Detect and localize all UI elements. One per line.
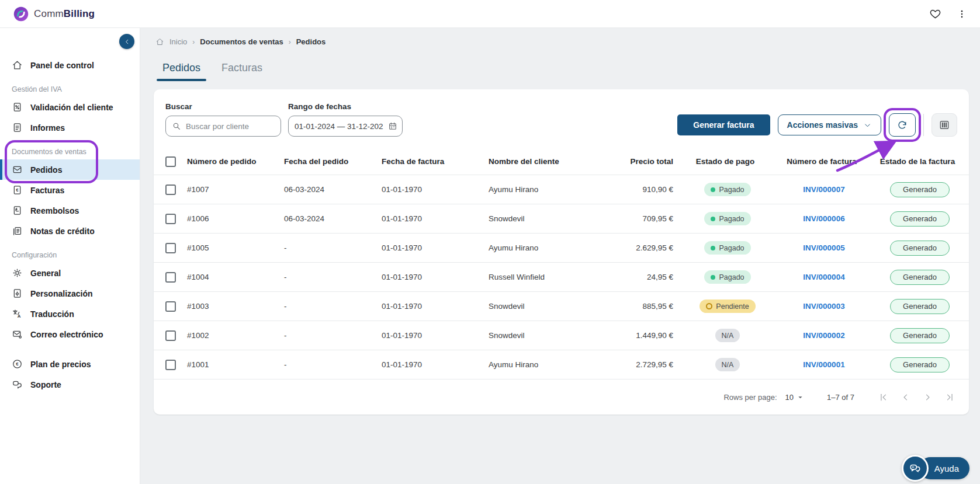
sidebar-section-configuracion: Configuración General Personalización A … bbox=[0, 241, 140, 344]
document-gear-icon bbox=[12, 288, 23, 299]
sidebar-item-label: Notas de crédito bbox=[30, 227, 95, 236]
row-checkbox[interactable] bbox=[165, 301, 176, 312]
generate-invoice-button[interactable]: Generar factura bbox=[677, 114, 770, 135]
search-input[interactable] bbox=[186, 122, 275, 131]
sidebar-item-traduccion[interactable]: A Traducción bbox=[0, 304, 140, 324]
first-page-button[interactable] bbox=[872, 386, 894, 408]
sidebar-item-label: Panel de control bbox=[30, 61, 94, 70]
help-widget: Ayuda bbox=[902, 455, 969, 482]
row-checkbox[interactable] bbox=[165, 330, 176, 341]
total-price: 709,95 € bbox=[617, 214, 678, 223]
column-header-precio-total[interactable]: Precio total bbox=[617, 157, 678, 166]
order-date: 06-03-2024 bbox=[284, 214, 382, 223]
refresh-button[interactable] bbox=[889, 113, 916, 137]
invoice-status-badge: Generado bbox=[890, 299, 950, 314]
bulk-actions-button[interactable]: Acciones masivas bbox=[778, 114, 881, 135]
date-range-filter: Rango de fechas 01-01-2024 — 31-12-202 bbox=[288, 102, 403, 137]
svg-text:€: € bbox=[16, 361, 19, 367]
table-row: #1005 - 01-01-1970 Ayumu Hirano 2.629,95… bbox=[154, 234, 969, 263]
home-icon bbox=[12, 60, 23, 71]
sidebar-item-label: Plan de precios bbox=[30, 360, 91, 369]
sidebar-item-personalizacion[interactable]: Personalización bbox=[0, 283, 140, 304]
sidebar-item-informes[interactable]: Informes bbox=[0, 117, 140, 138]
row-checkbox[interactable] bbox=[165, 360, 176, 370]
sidebar-item-correo-electronico[interactable]: Correo electrónico bbox=[0, 324, 140, 344]
column-header-fecha-del-pedido[interactable]: Fecha del pedido bbox=[284, 157, 382, 166]
customer-name: Snowdevil bbox=[489, 302, 617, 311]
date-range-input[interactable]: 01-01-2024 — 31-12-202 bbox=[288, 116, 403, 137]
tab-facturas[interactable]: Facturas bbox=[221, 62, 262, 81]
column-header-numero-de-factura[interactable]: Número de factura bbox=[787, 157, 861, 166]
sidebar-item-pedidos[interactable]: Pedidos bbox=[0, 159, 140, 180]
payment-status-badge: Pendiente bbox=[699, 300, 755, 313]
payment-status-badge: N/A bbox=[715, 329, 740, 342]
column-header-estado-de-la-factura[interactable]: Estado de la factura bbox=[880, 157, 960, 166]
invoice-status-badge: Generado bbox=[890, 270, 950, 285]
invoice-number-link[interactable]: INV/000007 bbox=[803, 185, 844, 194]
favorites-heart-icon[interactable] bbox=[929, 8, 941, 20]
mail-gear-icon bbox=[12, 329, 23, 340]
sidebar-collapse-button[interactable] bbox=[119, 34, 134, 49]
sidebar-item-reembolsos[interactable]: Reembolsos bbox=[0, 200, 140, 221]
columns-icon bbox=[939, 119, 950, 131]
next-page-button[interactable] bbox=[916, 386, 939, 408]
invoice-number-link[interactable]: INV/000006 bbox=[803, 214, 844, 223]
customer-name: Russell Winfield bbox=[489, 273, 617, 281]
column-header-nombre-del-cliente[interactable]: Nombre del cliente bbox=[489, 157, 617, 166]
row-checkbox[interactable] bbox=[165, 184, 176, 195]
sidebar-section-gestion-iva: Gestión del IVA Validación del cliente I… bbox=[0, 75, 140, 138]
payment-status-badge: N/A bbox=[715, 358, 740, 371]
payment-status-badge: Pagado bbox=[704, 183, 750, 196]
invoice-number-link[interactable]: INV/000001 bbox=[803, 360, 844, 369]
breadcrumb-item-documentos-de-ventas[interactable]: Documentos de ventas bbox=[200, 37, 283, 46]
table-row: #1006 06-03-2024 01-01-1970 Snowdevil 70… bbox=[154, 204, 969, 234]
rows-per-page-select[interactable]: 10 bbox=[785, 393, 804, 402]
kebab-menu-icon[interactable] bbox=[957, 9, 967, 19]
rows-per-page-label: Rows per page: bbox=[723, 393, 777, 402]
sidebar-item-facturas[interactable]: € Facturas bbox=[0, 180, 140, 200]
breadcrumb-item-inicio[interactable]: Inicio bbox=[169, 37, 187, 46]
sidebar-item-plan-de-precios[interactable]: € Plan de precios bbox=[0, 354, 140, 374]
sidebar-item-label: Personalización bbox=[30, 289, 93, 298]
invoice-status-badge: Generado bbox=[890, 182, 950, 197]
row-checkbox[interactable] bbox=[165, 214, 176, 224]
sidebar-item-validacion-del-cliente[interactable]: Validación del cliente bbox=[0, 97, 140, 117]
row-checkbox[interactable] bbox=[165, 243, 176, 253]
invoice-euro-icon: € bbox=[12, 184, 23, 196]
sidebar-item-general[interactable]: General bbox=[0, 263, 140, 283]
topbar: CommBilling bbox=[0, 0, 980, 28]
toolbar-divider bbox=[923, 114, 924, 136]
sidebar-item-label: Correo electrónico bbox=[30, 330, 103, 339]
breadcrumb-item-pedidos[interactable]: Pedidos bbox=[296, 37, 326, 46]
chevron-down-icon bbox=[863, 121, 872, 130]
invoice-number-link[interactable]: INV/000005 bbox=[803, 243, 844, 252]
select-all-checkbox[interactable] bbox=[165, 156, 176, 167]
sidebar-item-soporte[interactable]: Soporte bbox=[0, 374, 140, 395]
tab-pedidos[interactable]: Pedidos bbox=[162, 62, 200, 81]
row-checkbox[interactable] bbox=[165, 272, 176, 283]
invoice-number-link[interactable]: INV/000002 bbox=[803, 331, 844, 340]
last-page-button[interactable] bbox=[939, 386, 961, 408]
invoice-date: 01-01-1970 bbox=[382, 331, 489, 340]
envelope-icon bbox=[12, 164, 23, 175]
column-header-numero-de-pedido[interactable]: Número de pedido bbox=[187, 157, 284, 166]
main-content: Inicio › Documentos de ventas › Pedidos … bbox=[140, 28, 980, 484]
breadcrumb-home-icon[interactable] bbox=[155, 37, 164, 46]
column-header-estado-de-pago[interactable]: Estado de pago bbox=[696, 157, 760, 166]
previous-page-button[interactable] bbox=[894, 386, 916, 408]
invoice-number-link[interactable]: INV/000003 bbox=[803, 302, 844, 311]
customer-name: Ayumu Hirano bbox=[489, 243, 617, 252]
rows-per-page-value: 10 bbox=[785, 393, 794, 402]
column-header-fecha-de-factura[interactable]: Fecha de factura bbox=[382, 157, 489, 166]
sidebar-item-notas-de-credito[interactable]: Notas de crédito bbox=[0, 221, 140, 241]
invoice-status-badge: Generado bbox=[890, 211, 950, 227]
sidebar-section-title: Configuración bbox=[0, 241, 140, 263]
sidebar-item-panel-de-control[interactable]: Panel de control bbox=[0, 55, 140, 75]
breadcrumb: Inicio › Documentos de ventas › Pedidos bbox=[155, 37, 980, 46]
help-chat-button[interactable] bbox=[902, 455, 929, 482]
table-row: #1002 - 01-01-1970 Snowdevil 1.449,90 € … bbox=[154, 321, 969, 350]
invoice-number-link[interactable]: INV/000004 bbox=[803, 273, 844, 281]
orders-card: Buscar Rango de fechas 01-01-2024 — 31-1… bbox=[154, 89, 969, 415]
sidebar-item-label: Pedidos bbox=[30, 165, 62, 175]
columns-settings-button[interactable] bbox=[931, 113, 957, 137]
